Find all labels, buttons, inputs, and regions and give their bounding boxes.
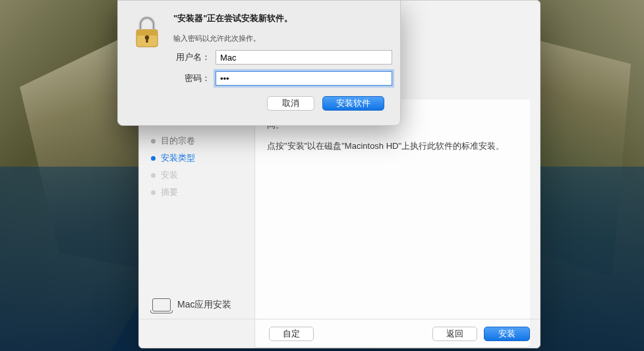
back-button[interactable]: 返回	[432, 327, 477, 341]
laptop-icon	[152, 298, 171, 311]
username-label: 用户名：	[173, 51, 210, 63]
installer-logo-label: Mac应用安装	[177, 299, 231, 311]
sidebar-item-installtype: 安装类型	[139, 149, 254, 167]
installer-sidebar: 目的宗卷 安装类型 安装 摘要	[139, 127, 254, 348]
auth-title: "安装器"正在尝试安装新软件。	[173, 13, 392, 24]
sidebar-item-label: 安装类型	[161, 152, 195, 164]
customize-button[interactable]: 自定	[269, 327, 314, 341]
installer-main-panel: 间。 点按"安装"以在磁盘"Macintosh HD"上执行此软件的标准安装。	[254, 99, 530, 348]
cancel-button[interactable]: 取消	[267, 96, 314, 111]
sidebar-item-label: 摘要	[161, 186, 178, 198]
lock-icon	[131, 15, 163, 49]
install-button[interactable]: 安装	[484, 327, 530, 341]
auth-dialog: "安装器"正在尝试安装新软件。 输入密码以允许此次操作。 用户名： 密码： 取消…	[117, 0, 401, 126]
svg-rect-3	[146, 38, 148, 43]
sidebar-item-label: 安装	[161, 169, 178, 181]
installer-bottom-bar: 自定 返回 安装	[139, 319, 540, 348]
auth-subtitle: 输入密码以允许此次操作。	[173, 34, 392, 43]
sidebar-item-destination: 目的宗卷	[139, 132, 254, 149]
sidebar-item-install: 安装	[139, 167, 254, 184]
install-instruction-text: 点按"安装"以在磁盘"Macintosh HD"上执行此软件的标准安装。	[267, 140, 518, 152]
svg-rect-1	[136, 30, 158, 36]
password-field[interactable]	[216, 71, 392, 86]
install-software-button[interactable]: 安装软件	[322, 96, 384, 111]
password-label: 密码：	[173, 72, 210, 84]
sidebar-item-summary: 摘要	[139, 184, 254, 201]
username-field[interactable]	[216, 50, 392, 65]
installer-logo: Mac应用安装	[152, 298, 231, 311]
sidebar-item-label: 目的宗卷	[161, 135, 195, 147]
